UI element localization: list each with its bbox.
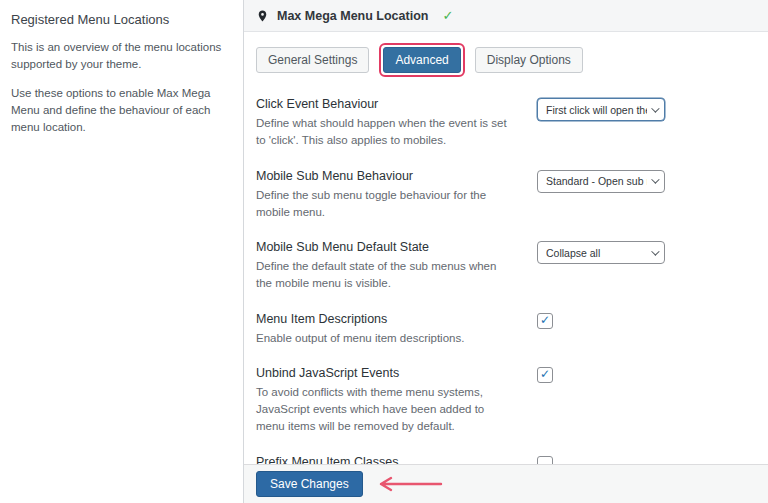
settings-tabs: General Settings Advanced Display Option… bbox=[256, 47, 756, 73]
chevron-down-icon bbox=[651, 247, 659, 255]
mobile-sub-menu-behaviour-select[interactable]: Standard - Open sub menus will re bbox=[537, 170, 665, 193]
setting-row-mobile-sub-menu-behaviour: Mobile Sub Menu Behaviour Define the sub… bbox=[256, 169, 756, 222]
setting-row-menu-item-descriptions: Menu Item Descriptions Enable output of … bbox=[256, 312, 756, 347]
setting-label: Mobile Sub Menu Default State bbox=[256, 240, 515, 254]
setting-label: Click Event Behaviour bbox=[256, 97, 515, 111]
unbind-javascript-events-checkbox[interactable]: ✓ bbox=[537, 367, 553, 383]
panel-header: Max Mega Menu Location ✓ bbox=[244, 0, 768, 32]
setting-row-click-event-behaviour: Click Event Behaviour Define what should… bbox=[256, 97, 756, 150]
setting-label: Unbind JavaScript Events bbox=[256, 366, 515, 380]
checkmark-icon: ✓ bbox=[540, 314, 550, 326]
chevron-down-icon bbox=[651, 175, 659, 183]
setting-description: Define the default state of the sub menu… bbox=[256, 258, 515, 293]
mobile-sub-menu-default-state-select[interactable]: Collapse all bbox=[537, 241, 665, 264]
setting-description: To avoid conflicts with theme menu syste… bbox=[256, 384, 515, 436]
registered-menu-locations-sidebar: Registered Menu Locations This is an ove… bbox=[0, 0, 243, 503]
setting-label: Mobile Sub Menu Behaviour bbox=[256, 169, 515, 183]
sidebar-paragraph: This is an overview of the menu location… bbox=[11, 39, 227, 74]
menu-item-descriptions-checkbox[interactable]: ✓ bbox=[537, 313, 553, 329]
tab-display-options[interactable]: Display Options bbox=[475, 47, 583, 73]
setting-description: Enable output of menu item descriptions. bbox=[256, 330, 515, 347]
sidebar-paragraph: Use these options to enable Max Mega Men… bbox=[11, 85, 227, 137]
setting-row-mobile-sub-menu-default-state: Mobile Sub Menu Default State Define the… bbox=[256, 240, 756, 293]
setting-row-unbind-javascript-events: Unbind JavaScript Events To avoid confli… bbox=[256, 366, 756, 436]
setting-description: Define what should happen when the event… bbox=[256, 115, 515, 150]
panel-title: Max Mega Menu Location bbox=[277, 9, 428, 23]
check-icon: ✓ bbox=[442, 8, 453, 23]
panel-footer: Save Changes bbox=[244, 464, 768, 503]
annotation-arrow-icon bbox=[373, 475, 445, 493]
checkmark-icon: ✓ bbox=[540, 368, 550, 380]
setting-label: Menu Item Descriptions bbox=[256, 312, 515, 326]
panel-body: General Settings Advanced Display Option… bbox=[244, 32, 768, 503]
click-event-behaviour-select[interactable]: First click will open the sub menu, bbox=[537, 98, 665, 121]
menu-location-panel: Max Mega Menu Location ✓ General Setting… bbox=[243, 0, 768, 503]
sidebar-title: Registered Menu Locations bbox=[11, 12, 227, 27]
setting-description: Define the sub menu toggle behaviour for… bbox=[256, 187, 515, 222]
location-pin-icon bbox=[256, 8, 269, 24]
tab-general-settings[interactable]: General Settings bbox=[256, 47, 369, 73]
chevron-down-icon bbox=[651, 104, 659, 112]
save-changes-button[interactable]: Save Changes bbox=[256, 471, 363, 497]
annotation-red-box: Advanced bbox=[383, 47, 460, 73]
tab-advanced[interactable]: Advanced bbox=[383, 47, 460, 73]
